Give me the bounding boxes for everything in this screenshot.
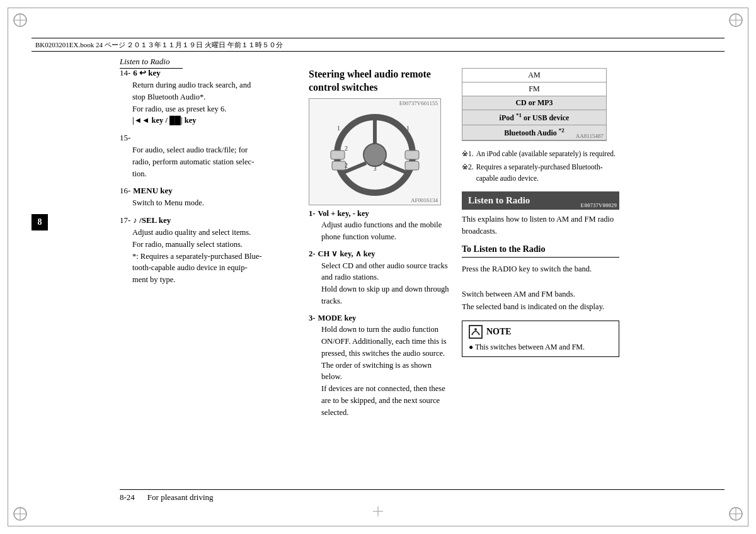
note-content: This switches between AM and FM. [469, 341, 612, 353]
note-title: NOTE [486, 327, 512, 337]
list-title-17: ♪ /SEL key [133, 215, 171, 225]
mid-item-3: 3- MODE key Hold down to turn the audio … [309, 312, 454, 419]
note-item-1: This switches between AM and FM. [469, 341, 612, 353]
list-item-16: 16- MENU key Switch to Menu mode. [120, 186, 296, 209]
listen-radio-title: Listen to Radio [468, 195, 530, 205]
page-breadcrumb: Listen to Radio [120, 57, 183, 69]
svg-text:1: 1 [406, 125, 410, 132]
section-title: Steering wheel audio remote control swit… [309, 68, 454, 94]
footnote-1-text: An iPod cable (available separately) is … [476, 149, 616, 159]
steering-wheel-diagram: E00737V601155 1 2 2 [309, 98, 441, 205]
footer-text: For pleasant driving [147, 492, 214, 503]
audio-row-fm: FM [462, 82, 606, 96]
diagram-label: E00737V601155 [399, 100, 438, 106]
note-icon [469, 325, 483, 339]
svg-rect-19 [331, 151, 345, 159]
list-text-15: For audio, select audio track/file; for … [120, 144, 296, 179]
header-text: BK0203201EX.book 24 ページ ２０１３年１１月１９日 火曜日 … [35, 40, 283, 50]
audio-source-box: AM FM CD or MP3 iPod *1 or USB device Bl… [462, 68, 607, 141]
header-bar: BK0203201EX.book 24 ページ ２０１３年１１月１９日 火曜日 … [32, 38, 724, 52]
svg-text:3: 3 [374, 165, 377, 172]
footnote-1-mark: ※1. [462, 149, 474, 159]
svg-text:2: 2 [345, 145, 348, 152]
mid-item-2-text: Select CD and other audio source tracks … [309, 260, 454, 307]
to-listen-text: Press the RADIO key to switch the band. … [462, 263, 619, 313]
list-text-14: Return during audio track search, and st… [120, 79, 296, 127]
footer: 8-24 For pleasant driving [120, 489, 724, 503]
svg-point-29 [474, 328, 477, 331]
corner-mark-bl [11, 505, 29, 523]
audio-row-cd: CD or MP3 [462, 96, 606, 110]
breadcrumb-text: Listen to Radio [120, 57, 169, 66]
mid-item-1: 1- Vol + key, - key Adjust audio functio… [309, 208, 454, 243]
audio-row-ipod: iPod *1 or USB device [462, 110, 606, 125]
corner-mark-tl [11, 11, 29, 29]
mid-item-2-header: 2- CH ∨ key, ∧ key [309, 248, 454, 260]
footnote-2-mark: ※2. [462, 162, 474, 184]
list-num-14: 14- [120, 68, 130, 78]
note-box: NOTE This switches between AM and FM. [462, 321, 619, 357]
list-item-17-header: 17- ♪ /SEL key [120, 215, 296, 225]
svg-text:1: 1 [337, 125, 340, 132]
svg-rect-21 [405, 151, 419, 159]
listen-radio-id: E00737V00029 [580, 202, 617, 208]
diagram-id: AF0016134 [411, 197, 438, 203]
footnote-1: ※1. An iPod cable (available separately)… [462, 149, 619, 159]
section-badge: 8 [32, 214, 48, 230]
middle-items: 1- Vol + key, - key Adjust audio functio… [309, 208, 454, 419]
footnotes: ※1. An iPod cable (available separately)… [462, 149, 619, 184]
list-item-15: 15- For audio, select audio track/file; … [120, 133, 296, 179]
mid-item-1-header: 1- Vol + key, - key [309, 208, 454, 220]
list-item-15-header: 15- [120, 133, 296, 143]
right-column: AM FM CD or MP3 iPod *1 or USB device Bl… [462, 68, 619, 357]
list-item-14: 14- 6 ↩ key Return during audio track se… [120, 68, 296, 127]
listen-radio-desc: This explains how to listen to AM and FM… [462, 213, 619, 237]
audio-row-am: AM [462, 69, 606, 82]
list-num-16: 16- [120, 186, 130, 196]
list-num-17: 17- [120, 215, 130, 225]
footer-page: 8-24 [120, 492, 135, 503]
footnote-2: ※2. Requires a separately-purchased Blue… [462, 162, 619, 184]
list-item-14-header: 14- 6 ↩ key [120, 68, 296, 78]
list-text-17: Adjust audio quality and select items. F… [120, 227, 296, 286]
left-column: 14- 6 ↩ key Return during audio track se… [120, 68, 296, 292]
list-title-14: 6 ↩ key [133, 68, 161, 78]
list-item-16-header: 16- MENU key [120, 186, 296, 196]
mid-item-2: 2- CH ∨ key, ∧ key Select CD and other a… [309, 248, 454, 307]
steering-wheel-image: 1 2 2 3 1 [324, 108, 425, 196]
svg-text:2: 2 [345, 162, 348, 169]
footnote-2-text: Requires a separately-purchased Bluetoot… [476, 162, 619, 184]
list-item-17: 17- ♪ /SEL key Adjust audio quality and … [120, 215, 296, 286]
mid-item-1-text: Adjust audio functions and the mobile ph… [309, 219, 454, 243]
to-listen-header: To Listen to the Radio [462, 244, 619, 258]
listen-radio-header: Listen to Radio E00737V00029 [462, 191, 619, 210]
svg-point-15 [364, 144, 386, 166]
list-title-16: MENU key [133, 186, 172, 196]
mid-item-3-header: 3- MODE key [309, 312, 454, 324]
svg-rect-22 [405, 161, 419, 170]
corner-mark-br [727, 505, 745, 523]
note-header: NOTE [469, 325, 612, 339]
middle-column: Steering wheel audio remote control swit… [309, 68, 454, 423]
audio-source-id: AA8115487 [576, 133, 604, 139]
center-bottom-mark [372, 505, 384, 520]
svg-rect-20 [332, 161, 346, 170]
corner-mark-tr [727, 11, 745, 29]
list-text-16: Switch to Menu mode. [120, 197, 296, 209]
mid-item-3-text: Hold down to turn the audio function ON/… [309, 324, 454, 418]
list-num-15: 15- [120, 133, 130, 143]
